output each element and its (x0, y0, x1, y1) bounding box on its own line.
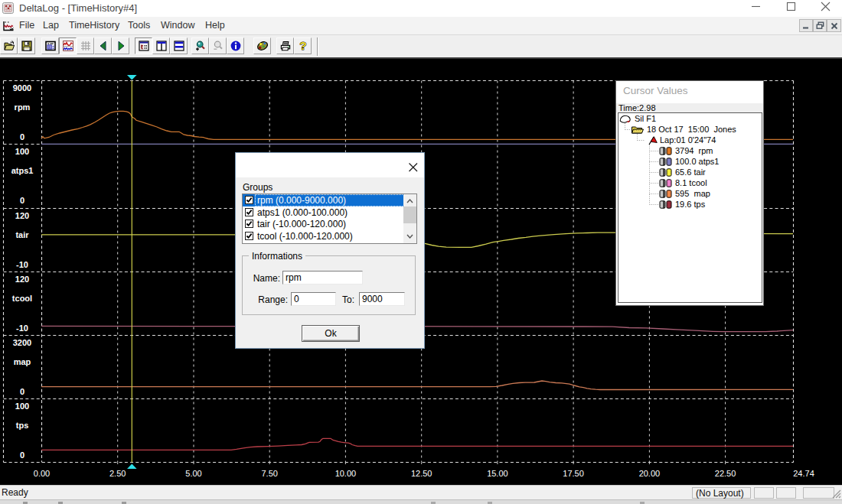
svg-text:120: 120 (15, 275, 29, 284)
svg-text:0: 0 (20, 196, 24, 205)
svg-text:0: 0 (20, 450, 24, 460)
svg-text:10.00: 10.00 (335, 469, 357, 478)
svg-text:5.00: 5.00 (185, 469, 201, 478)
svg-text:24.74: 24.74 (793, 469, 814, 478)
svg-text:100: 100 (15, 402, 29, 411)
svg-text:20.00: 20.00 (639, 469, 661, 478)
svg-text:2.50: 2.50 (109, 469, 126, 478)
svg-text:0.00: 0.00 (34, 469, 50, 478)
svg-text:100: 100 (15, 147, 29, 156)
svg-text:9000: 9000 (13, 83, 31, 93)
svg-text:?: ? (299, 40, 306, 52)
svg-text:atps1: atps1 (11, 166, 34, 175)
svg-text:7.50: 7.50 (261, 469, 277, 478)
svg-text:tair: tair (15, 230, 29, 239)
svg-text:17.50: 17.50 (563, 469, 584, 478)
svg-text:120: 120 (15, 211, 29, 220)
svg-text:15.00: 15.00 (487, 469, 508, 478)
svg-text:tcool: tcool (12, 294, 32, 303)
svg-text:22.50: 22.50 (715, 469, 736, 478)
svg-text:-10: -10 (16, 260, 28, 269)
svg-text:3200: 3200 (13, 338, 31, 347)
svg-text:tps: tps (16, 421, 29, 430)
svg-text:map: map (14, 357, 31, 366)
svg-text:rpm: rpm (15, 102, 31, 112)
svg-text:-10: -10 (16, 324, 28, 333)
svg-text:0: 0 (20, 387, 24, 396)
svg-text:12.50: 12.50 (411, 469, 432, 478)
svg-text:0: 0 (20, 132, 24, 141)
